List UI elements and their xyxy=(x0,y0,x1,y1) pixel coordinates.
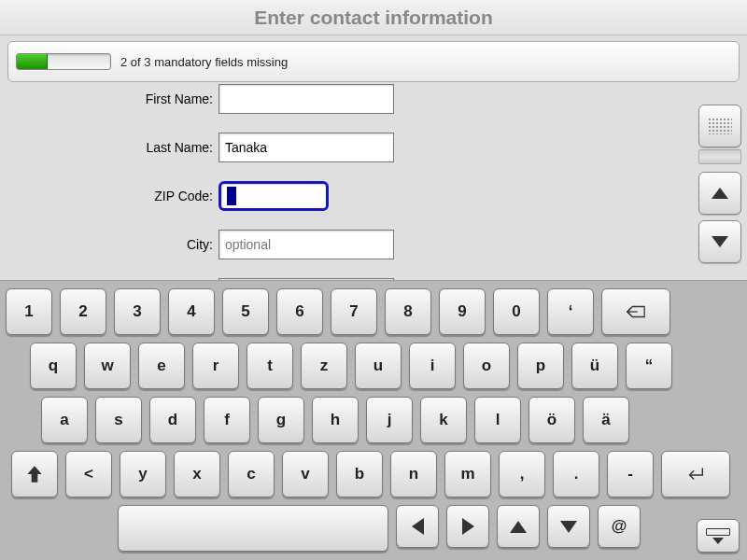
at-key[interactable]: @ xyxy=(598,505,641,548)
key-r[interactable]: r xyxy=(192,343,239,389)
key-v[interactable]: v xyxy=(282,451,329,497)
on-screen-keyboard: 1234567890‘ qwertzuiopü“ asdfghjklöä <yx… xyxy=(0,280,747,560)
key-b[interactable]: b xyxy=(336,451,383,497)
key--[interactable]: - xyxy=(607,451,654,497)
key-<[interactable]: < xyxy=(65,451,112,497)
key-0[interactable]: 0 xyxy=(493,288,540,335)
key-7[interactable]: 7 xyxy=(331,288,377,335)
key-.[interactable]: . xyxy=(553,451,599,497)
key-l[interactable]: l xyxy=(474,397,521,443)
key-o[interactable]: o xyxy=(463,343,510,389)
key-“[interactable]: “ xyxy=(626,343,672,389)
key-3[interactable]: 3 xyxy=(114,288,161,335)
key-6[interactable]: 6 xyxy=(276,288,323,335)
backspace-key[interactable] xyxy=(601,288,670,335)
arrow-down-key[interactable] xyxy=(547,505,590,548)
key-5[interactable]: 5 xyxy=(222,288,269,335)
key-p[interactable]: p xyxy=(517,343,564,389)
zip-label: ZIP Code: xyxy=(0,189,218,203)
arrow-left-key[interactable] xyxy=(396,505,439,548)
key-d[interactable]: d xyxy=(149,397,196,443)
key-m[interactable]: m xyxy=(444,451,491,497)
key-8[interactable]: 8 xyxy=(385,288,431,335)
key-n[interactable]: n xyxy=(390,451,437,497)
key-e[interactable]: e xyxy=(138,343,185,389)
key-a[interactable]: a xyxy=(41,397,88,443)
first-name-label: First Name: xyxy=(0,91,218,106)
key-j[interactable]: j xyxy=(366,397,413,443)
key-c[interactable]: c xyxy=(228,451,275,497)
key-ö[interactable]: ö xyxy=(529,397,575,443)
first-name-input[interactable] xyxy=(218,84,394,114)
key-w[interactable]: w xyxy=(84,343,131,389)
key-h[interactable]: h xyxy=(312,397,359,443)
key-u[interactable]: u xyxy=(355,343,402,389)
shift-key[interactable] xyxy=(11,451,58,497)
side-controls xyxy=(698,105,741,263)
key-z[interactable]: z xyxy=(301,343,347,389)
space-key[interactable] xyxy=(118,505,388,552)
last-name-input[interactable] xyxy=(218,133,394,162)
key-4[interactable]: 4 xyxy=(168,288,215,335)
city-input[interactable] xyxy=(218,230,394,259)
key-i[interactable]: i xyxy=(409,343,456,389)
last-name-label: Last Name: xyxy=(0,140,218,155)
key-‘[interactable]: ‘ xyxy=(547,288,594,335)
status-bar: 2 of 3 mandatory fields missing xyxy=(7,41,740,82)
progress-fill xyxy=(17,54,48,69)
arrow-up-key[interactable] xyxy=(497,505,540,548)
zip-input[interactable] xyxy=(218,181,329,211)
key-s[interactable]: s xyxy=(95,397,142,443)
key-ü[interactable]: ü xyxy=(571,343,618,389)
enter-key[interactable] xyxy=(661,451,730,497)
key-,[interactable]: , xyxy=(499,451,545,497)
key-f[interactable]: f xyxy=(204,397,250,443)
key-x[interactable]: x xyxy=(174,451,220,497)
key-9[interactable]: 9 xyxy=(439,288,486,335)
key-t[interactable]: t xyxy=(247,343,293,389)
progress-bar xyxy=(16,53,111,70)
key-g[interactable]: g xyxy=(258,397,304,443)
key-q[interactable]: q xyxy=(30,343,77,389)
key-1[interactable]: 1 xyxy=(6,288,52,335)
text-cursor xyxy=(227,187,236,205)
scroll-up-button[interactable] xyxy=(698,172,741,215)
scroll-down-button[interactable] xyxy=(698,220,741,263)
key-2[interactable]: 2 xyxy=(60,288,106,335)
hide-keyboard-button[interactable] xyxy=(697,519,740,553)
side-divider xyxy=(698,149,741,164)
arrow-right-key[interactable] xyxy=(446,505,489,548)
key-ä[interactable]: ä xyxy=(583,397,629,443)
key-k[interactable]: k xyxy=(420,397,467,443)
key-y[interactable]: y xyxy=(120,451,166,497)
city-label: City: xyxy=(0,237,218,252)
status-text: 2 of 3 mandatory fields missing xyxy=(120,55,288,69)
speaker-button[interactable] xyxy=(698,105,741,147)
page-title: Enter contact information xyxy=(0,0,747,35)
